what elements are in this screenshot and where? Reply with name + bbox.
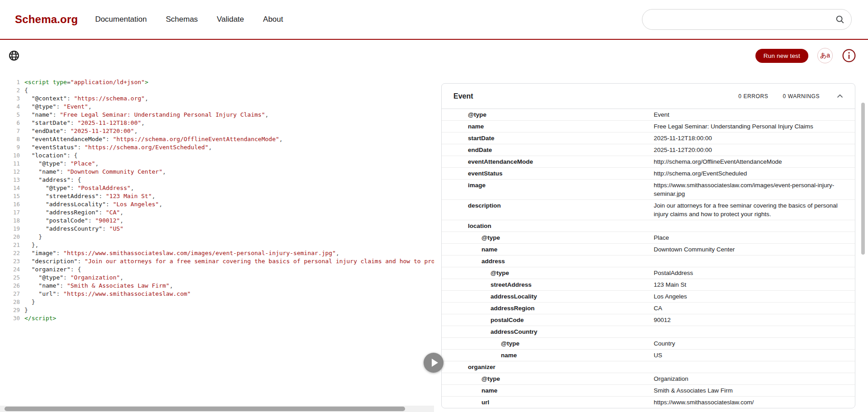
property-row-location: location xyxy=(442,220,855,232)
language-toggle-button[interactable]: あa xyxy=(817,48,833,63)
property-row-name: nameFree Legal Seminar: Understanding Pe… xyxy=(442,121,855,133)
property-row-name: nameSmith & Associates Law Firm xyxy=(442,385,855,397)
property-row-type: @typePlace xyxy=(442,232,855,244)
property-value: https://www.smithassociateslaw.com/image… xyxy=(654,181,855,198)
property-name: @type xyxy=(481,374,654,383)
code-line-text: "addressCountry": "US" xyxy=(24,225,123,233)
code-line: 22 "image": "https://www.smithassociates… xyxy=(0,249,434,257)
property-value: Place xyxy=(654,233,855,242)
property-row-type: @typePostalAddress xyxy=(442,267,855,279)
line-number: 12 xyxy=(0,168,20,176)
code-line-text: "address": { xyxy=(24,176,81,184)
property-name: @type xyxy=(501,339,654,348)
property-name: organizer xyxy=(468,363,654,371)
nav-item-about[interactable]: About xyxy=(263,15,283,24)
property-row-organizer: organizer xyxy=(442,361,855,373)
property-value: US xyxy=(654,351,855,360)
nav-item-validate[interactable]: Validate xyxy=(217,15,244,24)
code-line: 25 "@type": "Organization", xyxy=(0,274,434,282)
run-play-button[interactable] xyxy=(424,353,443,373)
code-line: 7 "endDate": "2025-11-12T20:00", xyxy=(0,127,434,135)
code-line: 15 "streetAddress": "123 Main St", xyxy=(0,192,434,200)
property-value: Organization xyxy=(654,374,855,383)
nav-item-documentation[interactable]: Documentation xyxy=(95,15,146,24)
code-line-text: "eventAttendanceMode": "https://schema.o… xyxy=(24,135,283,143)
globe-icon xyxy=(8,50,20,62)
line-number: 17 xyxy=(0,208,20,217)
property-name: url xyxy=(481,398,654,407)
info-button[interactable] xyxy=(842,48,856,63)
search-icon[interactable] xyxy=(835,14,845,24)
property-name: addressLocality xyxy=(491,292,654,301)
property-row-eventStatus: eventStatushttp://schema.org/EventSchedu… xyxy=(442,168,855,180)
code-line: 13 "address": { xyxy=(0,176,434,184)
code-line: 20 } xyxy=(0,233,434,241)
code-line: 8 "eventAttendanceMode": "https://schema… xyxy=(0,135,434,143)
line-number: 5 xyxy=(0,111,20,119)
line-number: 29 xyxy=(0,306,20,314)
property-value: 90012 xyxy=(654,316,855,324)
property-name: location xyxy=(468,222,654,230)
property-name: @type xyxy=(491,269,654,277)
code-line: 1<script type="application/ld+json"> xyxy=(0,78,434,86)
property-row-eventAttendanceMode: eventAttendanceModehttp://schema.org/Off… xyxy=(442,156,855,168)
line-number: 2 xyxy=(0,86,20,95)
vertical-scrollbar-thumb[interactable] xyxy=(861,103,865,255)
property-row-name: nameDowntown Community Center xyxy=(442,244,855,256)
code-line-text: "streetAddress": "123 Main St", xyxy=(24,192,156,200)
code-line-text: "@type": "PostalAddress", xyxy=(24,184,134,192)
line-number: 13 xyxy=(0,176,20,184)
code-editor[interactable]: 1<script type="application/ld+json">2{3 … xyxy=(0,71,434,406)
code-line: 30</script> xyxy=(0,314,434,322)
property-value: Join our attorneys for a free seminar co… xyxy=(654,201,855,218)
code-line-text: "name": "Smith & Associates Law Firm", xyxy=(24,282,173,290)
property-name: addressRegion xyxy=(491,304,654,313)
line-number: 19 xyxy=(0,225,20,233)
line-number: 24 xyxy=(0,265,20,274)
nav-item-schemas[interactable]: Schemas xyxy=(166,15,198,24)
code-line: 3 "@context": "https://schema.org", xyxy=(0,95,434,103)
line-number: 27 xyxy=(0,290,20,298)
line-number: 20 xyxy=(0,233,20,241)
chevron-up-icon xyxy=(835,91,845,101)
property-row-addressRegion: addressRegionCA xyxy=(442,303,855,314)
code-line: 19 "addressCountry": "US" xyxy=(0,225,434,233)
code-line-text: "addressLocality": "Los Angeles", xyxy=(24,200,162,208)
code-line-text: } xyxy=(24,298,35,306)
horizontal-scrollbar[interactable] xyxy=(0,406,434,412)
line-number: 8 xyxy=(0,135,20,143)
line-number: 22 xyxy=(0,249,20,257)
brand-logo[interactable]: Schema.org xyxy=(15,13,78,26)
code-line: 2{ xyxy=(0,86,434,95)
property-name: eventAttendanceMode xyxy=(468,157,654,166)
code-line: 14 "@type": "PostalAddress", xyxy=(0,184,434,192)
play-icon xyxy=(432,359,438,367)
line-number: 14 xyxy=(0,184,20,192)
main-nav: DocumentationSchemasValidateAbout xyxy=(95,15,283,24)
code-line: 6 "startDate": "2025-11-12T18:00", xyxy=(0,119,434,127)
code-line: 5 "name": "Free Legal Seminar: Understan… xyxy=(0,111,434,119)
code-line-text: "endDate": "2025-11-12T20:00", xyxy=(24,127,137,135)
line-number: 3 xyxy=(0,95,20,103)
code-line-text: "location": { xyxy=(24,152,77,160)
property-row-type: @typeOrganization xyxy=(442,373,855,385)
line-number: 25 xyxy=(0,274,20,282)
horizontal-scrollbar-thumb[interactable] xyxy=(5,407,405,411)
code-line: 17 "addressRegion": "CA", xyxy=(0,208,434,217)
code-line-text: }, xyxy=(24,241,38,249)
search-input[interactable] xyxy=(651,16,835,24)
property-row-url: urlhttps://www.smithassociateslaw.com/ xyxy=(442,397,855,408)
fetch-url-tab-button[interactable] xyxy=(7,49,21,62)
run-new-test-button[interactable]: Run new test xyxy=(755,49,808,63)
code-lines: 1<script type="application/ld+json">2{3 … xyxy=(0,78,434,322)
code-line-text: } xyxy=(24,233,42,241)
property-row-addressLocality: addressLocalityLos Angeles xyxy=(442,291,855,303)
search-box[interactable] xyxy=(642,9,852,30)
property-name: postalCode xyxy=(491,316,654,324)
line-number: 26 xyxy=(0,282,20,290)
code-line: 23 "description": "Join our attorneys fo… xyxy=(0,257,434,265)
property-value: Smith & Associates Law Firm xyxy=(654,386,855,395)
collapse-button[interactable] xyxy=(835,91,845,101)
code-line-text: "name": "Free Legal Seminar: Understandi… xyxy=(24,111,269,119)
code-line-text: "eventStatus": "https://schema.org/Event… xyxy=(24,143,212,152)
